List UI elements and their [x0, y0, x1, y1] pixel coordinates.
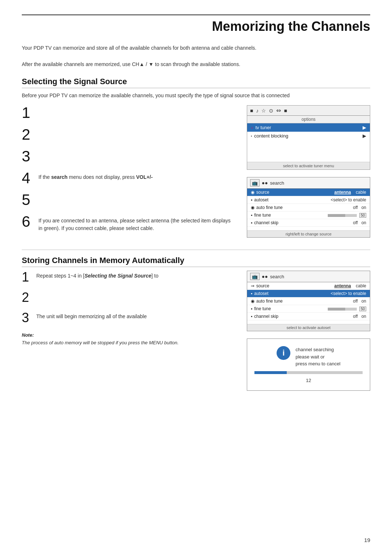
section2-step2-num: 2 [22, 291, 33, 304]
finetune-label-1: ▪ fine tune [251, 213, 328, 218]
search-autoset-row-2[interactable]: ▪ autoset <select> to enable [247, 290, 370, 297]
source-text-1: source [256, 190, 269, 195]
section2-step3: 3 The unit will begin memorizing all of … [22, 311, 236, 324]
fine-tune-bar-1 [328, 214, 357, 217]
search-autofine-row-2[interactable]: ◉ auto fine tune off on [247, 297, 370, 305]
finetune-text-1: fine tune [254, 213, 271, 218]
source-tabs-2: antenna cable [334, 283, 366, 288]
search-autoset-row-1[interactable]: ▪ autoset <select> to enable [247, 196, 370, 204]
monitor-icon: 📺 [252, 180, 258, 186]
step-6-num: 6 [22, 214, 35, 229]
circle-icon: ⊙ [269, 108, 273, 114]
swap-icon: ⇔ [276, 107, 281, 114]
page-title: Memorizing the Channels [212, 19, 370, 34]
step-6: 6 If you are connected to an antenna, pl… [22, 214, 236, 232]
source-icon-1: ◉ [251, 190, 254, 195]
section2-step2: 2 [22, 291, 236, 304]
content-blocking-row[interactable]: ▪ content blocking ▶ [247, 132, 370, 140]
section1-ui: ■ ♪ ☆ ⊙ ⇔ ■ options ○ tv tuner ▶ [247, 105, 370, 239]
section2-step1-content: Repeat steps 1~4 in [Selecting the Signa… [36, 271, 159, 280]
autofine-val-2: off on [353, 299, 366, 304]
content-blocking-label: ▪ content blocking [251, 133, 363, 139]
search-source-row-1[interactable]: ◉ source antenna cable [247, 189, 370, 196]
dot-icon-2: ●● [262, 274, 268, 279]
options-toolbar: ■ ♪ ☆ ⊙ ⇔ ■ [247, 106, 370, 116]
tv-tuner-text: tv tuner [256, 125, 271, 130]
search-title-1: search [270, 180, 284, 186]
section1-heading: Selecting the Signal Source [22, 77, 370, 88]
tv-tuner-row[interactable]: ○ tv tuner ▶ [247, 123, 370, 132]
search-bottom-hint-2: select to activate autoset [247, 324, 370, 331]
step-5: 5 [22, 192, 236, 208]
section1-subtext: Before your PDP TV can memorize the avai… [22, 92, 370, 99]
step-4-content: If the search menu does not display, pre… [38, 171, 153, 181]
search-channelskip-row-2[interactable]: ▪ channel skip off on [247, 313, 370, 320]
menu-icon: ■ [284, 108, 287, 114]
autofine-label-1: ◉ auto fine tune [251, 205, 353, 210]
section2-step3-content: The unit will begin memorizing all of th… [36, 311, 147, 320]
search-autofine-row-1[interactable]: ◉ auto fine tune off on [247, 204, 370, 212]
search-finetune-row-2[interactable]: ▪ fine tune 50 [247, 305, 370, 313]
finetune-val-2: 50 [328, 306, 366, 311]
search-icon-box: 📺 [250, 179, 260, 186]
autoset-label-2: ▪ autoset [251, 291, 331, 296]
dialog-line3: press menu to cancel [295, 360, 340, 368]
autoset-val-2: <select> to enable [331, 291, 366, 296]
search-channelskip-row-1[interactable]: ▪ channel skip off on [247, 219, 370, 227]
page-number: 19 [364, 537, 370, 543]
fine-tune-bar-2 [328, 308, 357, 311]
section1-steps: 1 2 3 4 If the search menu does not disp… [22, 105, 236, 239]
title-bar: Memorizing the Channels [22, 15, 370, 34]
finetune-label-2: ▪ fine tune [251, 306, 328, 311]
autoset-label-1: ▪ autoset [251, 197, 331, 202]
cable-tab-2: cable [356, 283, 366, 288]
search-title-2: search [270, 274, 284, 279]
channelskip-icon-1: ▪ [251, 220, 252, 225]
options-bottom-hint: select to activate tuner menu [247, 162, 370, 169]
source-label-2: ⇒ source [251, 283, 334, 288]
autoset-icon-1: ▪ [251, 197, 252, 202]
dialog-line1: channel searching [295, 346, 340, 353]
autoset-text-2: autoset [254, 291, 268, 296]
section1-content: 1 2 3 4 If the search menu does not disp… [22, 105, 370, 239]
content-blocking-arrow: ▶ [363, 133, 366, 139]
dialog-content-row: i channel searching please wait or press… [277, 346, 340, 368]
antenna-tab-1: antenna [334, 190, 351, 195]
source-label-1: ◉ source [251, 190, 334, 195]
autoset-icon-2: ▪ [251, 291, 252, 296]
options-label: options [302, 117, 316, 122]
step-3: 3 [22, 149, 236, 164]
channelskip-icon-2: ▪ [251, 314, 252, 319]
note-text: The process of auto memory will be stopp… [22, 339, 236, 347]
search-panel-2-header: 📺 ●● search [247, 271, 370, 282]
section2-step1: 1 Repeat steps 1~4 in [Selecting the Sig… [22, 271, 236, 284]
search-icon-box-2: 📺 [250, 273, 260, 280]
channelskip-label-2: ▪ channel skip [251, 314, 353, 319]
step-6-content: If you are connected to an antenna, plea… [38, 214, 236, 232]
speaker-icon: ♪ [256, 108, 258, 114]
finetune-val-1: 50 [328, 213, 366, 218]
search-source-row-2[interactable]: ⇒ source antenna cable [247, 282, 370, 290]
antenna-icon: ☆ [261, 108, 266, 114]
section2-heading: Storing Channels in Memory Automatically [22, 256, 370, 267]
search-bottom-hint-1: right/left to change source [247, 230, 370, 237]
section-divider [22, 250, 370, 250]
intro-text-1: Your PDP TV can memorize and store all o… [22, 44, 370, 52]
section2-step1-num: 1 [22, 271, 33, 284]
search-panel-2: 📺 ●● search ⇒ source antenna cable [247, 271, 370, 331]
channelskip-label-1: ▪ channel skip [251, 220, 353, 225]
channelskip-val-1: off on [353, 220, 366, 225]
autofine-icon-1: ◉ [251, 205, 254, 210]
source-text-2: source [256, 283, 269, 288]
step-4: 4 If the search menu does not display, p… [22, 171, 236, 186]
cable-tab-1: cable [356, 190, 366, 195]
section2-ui: 📺 ●● search ⇒ source antenna cable [247, 271, 370, 391]
blocking-icon: ▪ [251, 134, 252, 138]
search-panel-1: 📺 ●● search ◉ source antenna cable [247, 177, 370, 238]
search-finetune-row-1[interactable]: ▪ fine tune 50 [247, 212, 370, 219]
dialog-text: channel searching please wait or press m… [295, 346, 340, 368]
autofine-text-1: auto fine tune [256, 205, 283, 210]
finetune-text-2: fine tune [254, 306, 271, 311]
step-2: 2 [22, 127, 236, 142]
autofine-val-1: off on [353, 205, 366, 210]
